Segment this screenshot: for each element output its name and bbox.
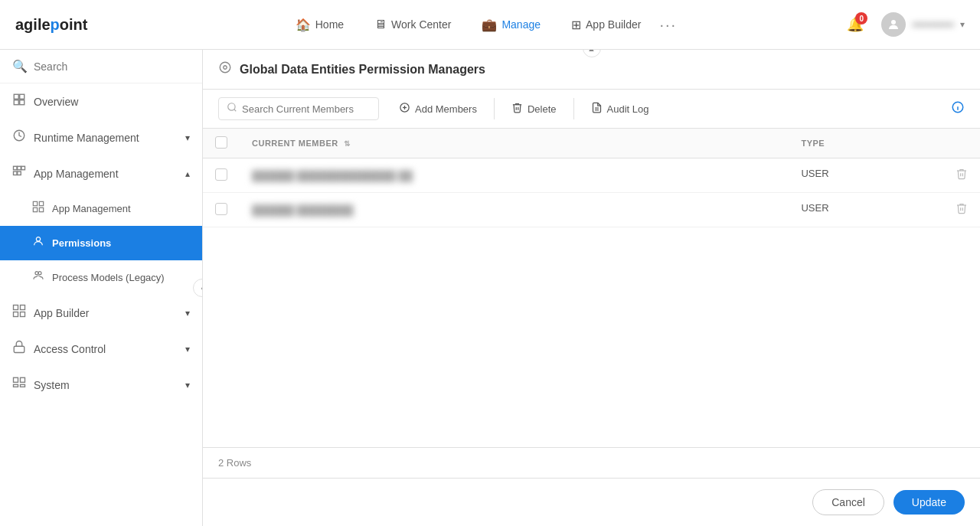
svg-rect-4 bbox=[20, 100, 24, 105]
content-area: ▲ Global Data Entities Permission Manage… bbox=[203, 50, 980, 526]
sidebar-item-process-models[interactable]: Process Models (Legacy) bbox=[0, 260, 202, 295]
add-members-icon bbox=[399, 102, 410, 116]
sidebar-item-system[interactable]: System ▾ bbox=[0, 367, 202, 403]
svg-rect-20 bbox=[14, 312, 18, 317]
app-management-sub-icon bbox=[32, 201, 44, 217]
row1-checkbox[interactable] bbox=[215, 168, 227, 181]
svg-rect-22 bbox=[14, 346, 24, 352]
user-menu[interactable]: •••••••••••• ▾ bbox=[881, 12, 965, 37]
delete-button[interactable]: Delete bbox=[504, 97, 564, 120]
nav-app-builder-label: App Builder bbox=[586, 18, 641, 31]
toolbar: Add Members Delete bbox=[203, 90, 980, 129]
svg-point-27 bbox=[220, 62, 230, 73]
nav-work-center-label: Work Center bbox=[391, 18, 451, 31]
page-title: Global Data Entities Permission Managers bbox=[240, 63, 485, 77]
svg-point-28 bbox=[224, 66, 227, 70]
row2-member-name: ██████ ████████ bbox=[252, 204, 354, 216]
row2-type-cell: USER bbox=[789, 193, 980, 227]
more-button[interactable]: ··· bbox=[659, 16, 677, 34]
collapse-header-button[interactable]: ▲ bbox=[583, 50, 601, 57]
svg-rect-26 bbox=[21, 384, 25, 387]
svg-rect-19 bbox=[21, 305, 25, 310]
app-management-icon bbox=[12, 165, 26, 182]
notification-button[interactable]: 🔔 0 bbox=[841, 11, 869, 38]
user-chevron-icon: ▾ bbox=[960, 19, 965, 30]
toolbar-search-container bbox=[218, 97, 379, 120]
access-control-icon bbox=[12, 340, 26, 358]
select-all-checkbox[interactable] bbox=[215, 136, 227, 149]
app-builder-nav-icon: ⊞ bbox=[571, 18, 581, 32]
row2-checkbox[interactable] bbox=[215, 203, 227, 215]
sidebar-item-access-control[interactable]: Access Control ▾ bbox=[0, 331, 202, 367]
home-icon: 🏠 bbox=[296, 18, 311, 32]
svg-rect-6 bbox=[14, 166, 18, 170]
svg-rect-13 bbox=[33, 207, 37, 211]
notification-badge: 0 bbox=[855, 12, 867, 25]
table-row: ██████ ██████████████ ██ USER bbox=[203, 158, 980, 193]
nav-home-label: Home bbox=[315, 18, 344, 31]
sidebar-item-app-management-sub-label: App Management bbox=[52, 203, 131, 214]
row1-delete-icon[interactable] bbox=[956, 168, 968, 183]
svg-rect-24 bbox=[21, 377, 25, 382]
rows-count: 2 Rows bbox=[218, 457, 251, 469]
add-members-button[interactable]: Add Members bbox=[391, 97, 485, 120]
page-header-icon bbox=[218, 60, 232, 78]
svg-rect-11 bbox=[33, 201, 37, 205]
delete-label: Delete bbox=[528, 103, 557, 115]
sidebar-item-runtime[interactable]: Runtime Management ▾ bbox=[0, 119, 202, 155]
sidebar-item-permissions[interactable]: Permissions bbox=[0, 226, 202, 260]
audit-log-button[interactable]: Audit Log bbox=[583, 97, 657, 120]
cancel-button[interactable]: Cancel bbox=[812, 489, 884, 515]
member-column-header: CURRENT MEMBER ⇅ bbox=[240, 129, 789, 158]
add-members-label: Add Members bbox=[415, 103, 477, 115]
sidebar-item-app-management-label: App Management bbox=[34, 168, 119, 180]
sidebar-item-app-management-parent[interactable]: App Management ▴ bbox=[0, 155, 202, 191]
nav-home[interactable]: 🏠 Home bbox=[283, 11, 356, 38]
system-icon bbox=[12, 376, 26, 394]
svg-rect-3 bbox=[14, 100, 18, 105]
nav-work-center[interactable]: 🖥 Work Center bbox=[362, 11, 463, 38]
sidebar-item-app-builder[interactable]: App Builder ▾ bbox=[0, 295, 202, 331]
sidebar-item-app-management-sub[interactable]: App Management bbox=[0, 191, 202, 226]
footer-actions: Cancel Update bbox=[203, 478, 980, 526]
svg-point-17 bbox=[38, 272, 41, 275]
sidebar-item-overview[interactable]: Overview bbox=[0, 83, 202, 119]
search-input[interactable] bbox=[34, 60, 190, 73]
manage-icon: 💼 bbox=[482, 18, 497, 32]
row2-type: USER bbox=[801, 202, 828, 214]
sidebar-item-access-control-label: Access Control bbox=[34, 343, 106, 355]
audit-log-label: Audit Log bbox=[607, 103, 649, 115]
svg-rect-23 bbox=[14, 377, 18, 382]
nav-manage[interactable]: 💼 Manage bbox=[469, 11, 553, 38]
sidebar-search-container: 🔍 bbox=[0, 50, 202, 83]
table-footer: 2 Rows bbox=[203, 447, 980, 478]
overview-icon bbox=[12, 93, 26, 110]
row2-delete-icon[interactable] bbox=[956, 202, 968, 217]
update-button[interactable]: Update bbox=[893, 490, 965, 515]
search-icon: 🔍 bbox=[12, 59, 28, 74]
page-header: ▲ Global Data Entities Permission Manage… bbox=[203, 50, 980, 90]
svg-point-29 bbox=[228, 103, 235, 110]
audit-log-icon bbox=[591, 102, 603, 116]
nav-app-builder[interactable]: ⊞ App Builder bbox=[559, 11, 653, 38]
row1-checkbox-cell[interactable] bbox=[203, 158, 240, 193]
svg-rect-25 bbox=[14, 384, 18, 387]
svg-rect-18 bbox=[14, 305, 18, 310]
system-chevron-icon: ▾ bbox=[185, 380, 190, 390]
select-all-header[interactable] bbox=[203, 129, 240, 158]
toolbar-divider-1 bbox=[494, 98, 495, 119]
row1-member: ██████ ██████████████ ██ bbox=[240, 158, 789, 193]
row1-type: USER bbox=[801, 168, 828, 179]
sort-icon[interactable]: ⇅ bbox=[344, 139, 351, 148]
search-current-members-input[interactable] bbox=[242, 103, 371, 115]
svg-rect-9 bbox=[14, 172, 18, 175]
sidebar: 🔍 Overview Runtime Management ▾ bbox=[0, 50, 203, 526]
table-container: CURRENT MEMBER ⇅ TYPE ███ bbox=[203, 129, 980, 447]
svg-rect-14 bbox=[39, 207, 43, 211]
nav-links: 🏠 Home 🖥 Work Center 💼 Manage ⊞ App Buil… bbox=[118, 11, 841, 38]
info-button[interactable] bbox=[951, 100, 965, 118]
row2-checkbox-cell[interactable] bbox=[203, 193, 240, 227]
process-models-icon bbox=[32, 270, 44, 286]
row1-member-name: ██████ ██████████████ ██ bbox=[252, 170, 413, 181]
sidebar-item-permissions-label: Permissions bbox=[52, 237, 111, 249]
